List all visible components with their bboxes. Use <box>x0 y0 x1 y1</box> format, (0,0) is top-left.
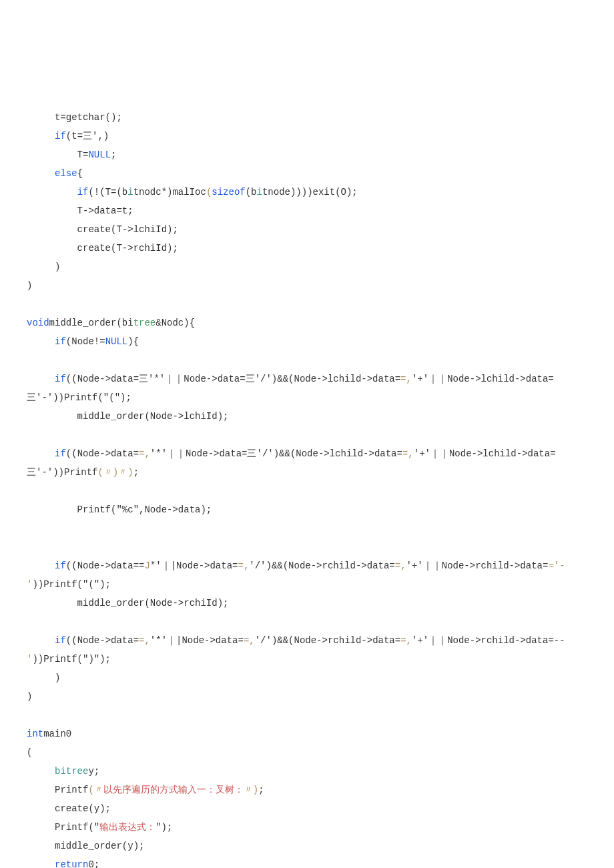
code-line: middle_order(Node->lchiId); <box>27 411 228 422</box>
code-line: ) <box>27 262 60 272</box>
code-line: if(t=三',) <box>27 131 109 141</box>
code-line: create(y); <box>27 803 111 814</box>
code-line: middle_order(y); <box>27 841 144 851</box>
code-line: if(Node!=NULL){ <box>27 336 139 347</box>
code-line: t=getchar(); <box>27 112 122 123</box>
code-line: voidmiddle_order(bitree&Nodc){ <box>27 318 195 328</box>
code-line: Printf(〃以先序遍历的方式输入一：叉树：〃); <box>27 785 264 795</box>
code-line: if((Node->data==J*'｜|Node->data==,'/')&&… <box>27 560 565 571</box>
code-line: '))Printf(")"); <box>27 654 111 665</box>
code-line: else{ <box>27 168 83 179</box>
code-line: create(T->rchiId); <box>27 243 178 254</box>
code-line: bitreey; <box>27 766 99 777</box>
code-line: ( <box>27 747 32 758</box>
code-line: ) <box>27 280 32 291</box>
code-line: create(T->lchiId); <box>27 224 178 235</box>
code-document: t=getchar(); if(t=三',) T=NULL; else{ if(… <box>27 108 587 868</box>
code-line: Printf("%c",Node->data); <box>27 504 212 515</box>
code-line: if((Node->data=三'*'｜｜Node->data=三'/')&&(… <box>27 374 554 384</box>
code-line: if((Node->data==,'*'｜｜Node->data=三'/')&&… <box>27 448 556 459</box>
code-line: ) <box>27 673 60 683</box>
code-line: if(!(T=(bitnodc*)malIoc(sizeof(bitnode))… <box>27 187 358 197</box>
code-line: intmain0 <box>27 729 71 739</box>
code-line: T=NULL; <box>27 149 116 160</box>
code-line: if((Node->data==,'*'｜|Node->data==,'/')&… <box>27 635 565 646</box>
code-line: Printf("输出表达式："); <box>27 822 172 833</box>
code-line: ) <box>27 691 32 702</box>
code-line: return0; <box>27 859 99 868</box>
code-line: T->data=t; <box>27 205 133 216</box>
code-line: 三'-'))Printf(〃)〃); <box>27 467 139 478</box>
code-line: '))Printf("("); <box>27 579 111 590</box>
code-line: middle_order(Node->rchiId); <box>27 598 228 608</box>
code-line: 三'-'))Printf("("); <box>27 392 131 403</box>
